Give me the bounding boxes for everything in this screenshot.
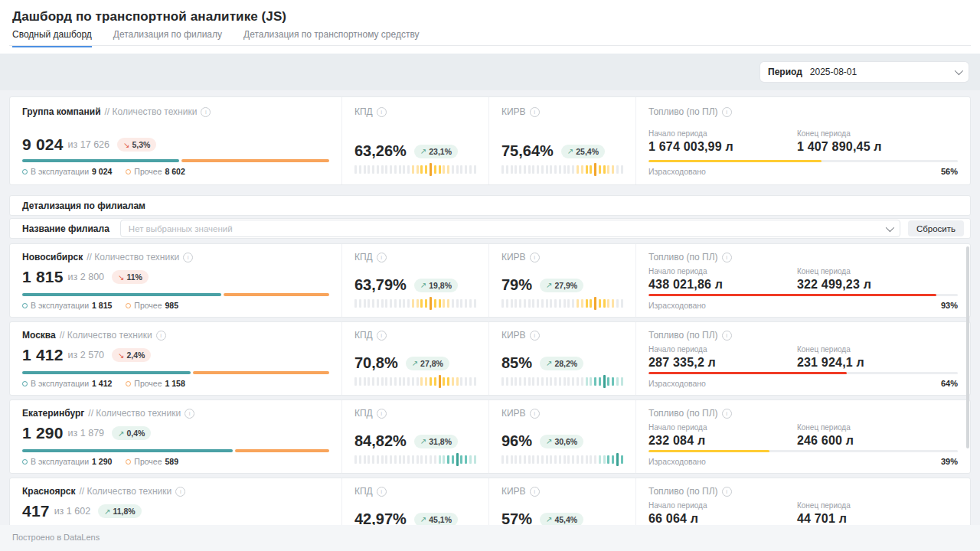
kirv-value: 96% <box>501 432 532 450</box>
info-icon[interactable] <box>722 487 732 497</box>
legend-other: Прочее 8 602 <box>126 167 185 176</box>
kirv-value: 79% <box>501 276 532 294</box>
kirv-label: КИРВ <box>501 330 526 341</box>
info-icon[interactable] <box>530 331 540 341</box>
kirv-sparkline <box>501 453 623 466</box>
equipment-legend: В эксплуатации 9 024 Прочее 8 602 <box>22 167 329 176</box>
trend-value: 45,1% <box>429 515 452 524</box>
fuel-used-percent: 39% <box>941 457 958 466</box>
kpd-sparkline <box>354 297 476 310</box>
card-header: Группа компаний // Количество техники <box>22 106 329 117</box>
equipment-count-section: Новосибирск // Количество техники 1 815 … <box>10 244 341 317</box>
tab-2[interactable]: Детализация по филиалу <box>113 29 222 47</box>
trend-value: 5,3% <box>132 140 150 149</box>
orange-dot-icon <box>126 459 131 465</box>
kpd-label: КПД <box>354 408 373 419</box>
equipment-split-bar <box>22 293 329 296</box>
trend-value: 19,8% <box>429 281 452 290</box>
fuel-start-value: 1 674 003,99 л <box>648 140 797 154</box>
kirv-section: КИРВ 79% ↗ 27,9% <box>488 244 635 317</box>
equipment-legend: В эксплуатации 1 815 Прочее 985 <box>22 301 329 310</box>
kpd-sparkline <box>354 163 476 176</box>
fuel-used-track <box>648 160 958 162</box>
kirv-trend-badge: ↗ 30,6% <box>540 435 583 448</box>
info-icon[interactable] <box>377 487 387 497</box>
trend-value: 45,4% <box>554 515 577 524</box>
branch-filter: Название филиала Нет выбранных значений … <box>9 218 971 239</box>
kpd-section: КПД 84,82% ↗ 31,8% <box>341 400 488 473</box>
equipment-count-total: из 1 879 <box>68 428 104 439</box>
tab-bar: Сводный дашбордДетализация по филиалуДет… <box>12 29 420 47</box>
info-icon[interactable] <box>183 253 193 262</box>
kpd-label: КПД <box>354 252 373 262</box>
info-icon[interactable] <box>722 331 732 341</box>
fuel-period-start: Начало периода 438 021,86 л <box>648 267 797 292</box>
trend-value: 27,9% <box>554 281 577 290</box>
fuel-end-label: Конец периода <box>797 267 958 276</box>
equipment-split-bar <box>22 449 329 452</box>
fuel-start-label: Начало периода <box>648 345 797 354</box>
info-icon[interactable] <box>377 107 387 117</box>
legend-value: 1 158 <box>165 379 185 388</box>
fuel-end-value: 1 407 890,45 л <box>797 140 958 154</box>
kpi-row-card: Группа компаний // Количество техники 9 … <box>9 96 971 185</box>
info-icon[interactable] <box>185 409 194 419</box>
kpi-row-card: Москва // Количество техники 1 412 из 2 … <box>9 321 971 396</box>
scrollbar-thumb[interactable] <box>966 246 969 448</box>
legend-in-operation: В эксплуатации 1 815 <box>22 301 112 310</box>
equipment-split-bar <box>22 371 329 374</box>
card-header: Екатеринбург // Количество техники <box>22 408 329 419</box>
fuel-start-value: 287 335,2 л <box>648 356 797 370</box>
kirv-section: КИРВ 75,64% ↗ 25,4% <box>488 97 635 184</box>
trend-value: 30,6% <box>554 437 577 446</box>
legend-other: Прочее 985 <box>126 301 178 310</box>
info-icon[interactable] <box>530 409 540 419</box>
info-icon[interactable] <box>530 487 540 497</box>
equipment-count-line: 1 412 из 2 570 ↘ 2,4% <box>22 346 329 364</box>
fuel-section: Топливо (по ПЛ) Начало периода 287 335,2… <box>635 322 970 395</box>
tab-3[interactable]: Детализация по транспортному средству <box>243 29 420 47</box>
info-icon[interactable] <box>530 107 540 117</box>
legend-label: В эксплуатации <box>31 379 89 388</box>
metric-subtitle: // Количество техники <box>88 408 181 419</box>
trend-value: 23,1% <box>429 147 452 156</box>
info-icon[interactable] <box>722 409 732 419</box>
fuel-label: Топливо (по ПЛ) <box>648 486 718 497</box>
trend-value: 27,8% <box>420 359 443 368</box>
kirv-label: КИРВ <box>501 408 526 419</box>
info-icon[interactable] <box>377 331 387 341</box>
chevron-down-icon <box>886 223 894 231</box>
period-selector[interactable]: Период 2025-08-01 <box>760 62 969 82</box>
teal-dot-icon <box>22 459 28 465</box>
legend-value: 1 412 <box>92 379 112 388</box>
trend-up-icon: ↗ <box>420 437 426 445</box>
card-header: Новосибирск // Количество техники <box>22 252 329 262</box>
orange-dot-icon <box>126 381 131 386</box>
fuel-start-label: Начало периода <box>648 129 797 138</box>
kpd-trend-badge: ↗ 31,8% <box>414 435 458 448</box>
fuel-period-end: Конец периода 231 924,1 л <box>797 345 958 370</box>
info-icon[interactable] <box>156 331 166 341</box>
info-icon[interactable] <box>530 253 540 262</box>
info-icon[interactable] <box>722 107 732 117</box>
equipment-count-section: Москва // Количество техники 1 412 из 2 … <box>10 322 341 395</box>
kpd-sparkline <box>354 375 476 388</box>
info-icon[interactable] <box>201 107 211 117</box>
trend-value: 2,4% <box>126 350 145 360</box>
info-icon[interactable] <box>722 253 732 262</box>
count-trend-badge: ↘ 11% <box>112 270 149 284</box>
info-icon[interactable] <box>377 253 387 262</box>
fuel-end-label: Конец периода <box>797 129 958 138</box>
tab-1[interactable]: Сводный дашборд <box>12 29 92 47</box>
kirv-trend-badge: ↗ 28,2% <box>540 357 583 370</box>
fuel-used-track <box>648 372 958 374</box>
fuel-used-bar <box>648 294 936 296</box>
info-icon[interactable] <box>377 409 387 419</box>
kirv-sparkline <box>501 297 623 310</box>
fuel-section: Топливо (по ПЛ) Начало периода 232 084 л… <box>635 400 970 473</box>
kpd-value: 63,26% <box>354 142 407 160</box>
branch-select[interactable]: Нет выбранных значений <box>120 220 900 237</box>
reset-filter-button[interactable]: Сбросить <box>908 220 964 236</box>
info-icon[interactable] <box>175 487 185 497</box>
section-header: Детализация по филиалам <box>9 195 971 216</box>
